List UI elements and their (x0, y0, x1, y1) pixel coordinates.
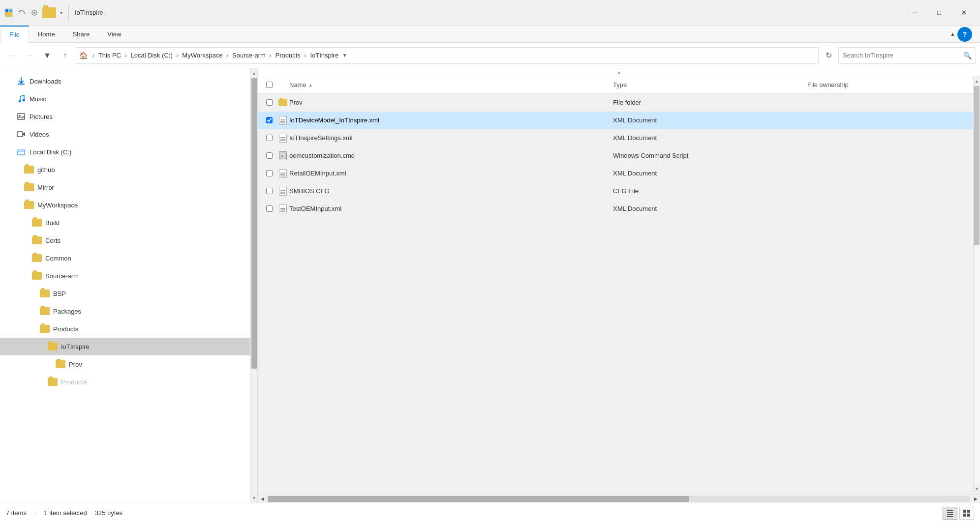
search-input[interactable] (843, 52, 963, 59)
hscroll-track (268, 496, 970, 502)
hscroll-right[interactable]: ▶ (971, 494, 980, 503)
search-icon[interactable]: 🔍 (963, 52, 972, 59)
header-ownership[interactable]: File ownership (807, 81, 969, 88)
ribbon-collapse[interactable]: ▲ (950, 31, 955, 37)
breadcrumb-sourcearm[interactable]: Source-arm (230, 52, 267, 59)
sidebar-item-producta[interactable]: ProductA (0, 373, 250, 391)
sidebar-label-iotinspire: IoTInspire (61, 343, 90, 350)
sidebar-label-producta: ProductA (61, 378, 87, 386)
up-button[interactable]: ↑ (57, 48, 73, 63)
sort-arrow-top[interactable]: ▲ (258, 68, 980, 76)
sidebar-label-build: Build (45, 219, 60, 227)
tab-home[interactable]: Home (29, 26, 64, 42)
search-bar[interactable]: 🔍 (838, 47, 976, 64)
sidebar-item-mirror[interactable]: Mirror (0, 178, 250, 196)
file-row-oemcustomization[interactable]: ⚙ oemcustomization.cmd Windows Command S… (258, 147, 973, 165)
help-button[interactable]: ? (957, 27, 972, 42)
folder-icon (42, 7, 56, 18)
sidebar-item-products[interactable]: Products (0, 320, 250, 338)
details-view-button[interactable] (943, 507, 957, 520)
sidebar-item-myworkspace[interactable]: MyWorkspace (0, 196, 250, 214)
content-scrollbar: ▲ ▼ (973, 76, 980, 494)
maximize-button[interactable]: □ (927, 5, 951, 21)
file-checkbox-oemcustomization[interactable] (262, 152, 276, 159)
svg-point-7 (19, 100, 21, 103)
content-scroll-up[interactable]: ▲ (974, 76, 980, 86)
music-icon (16, 93, 27, 104)
title-bar-icons: ▾ (4, 5, 71, 20)
svg-point-5 (33, 12, 35, 14)
tab-file[interactable]: File (0, 26, 29, 43)
sidebar-item-github[interactable]: github (0, 161, 250, 178)
header-type[interactable]: Type (613, 81, 807, 88)
ribbon: File Home Share View ▲ ? (0, 26, 980, 43)
header-name[interactable]: Name ▲ (289, 81, 613, 88)
file-row-testoeminput[interactable]: TestOEMInput.xml XML Document (258, 200, 973, 218)
hscroll-left[interactable]: ◀ (258, 494, 267, 503)
horizontal-scrollbar: ◀ ▶ (258, 494, 980, 503)
view-buttons (943, 507, 974, 520)
left-scroll-up[interactable]: ▲ (251, 68, 257, 78)
file-checkbox-prov[interactable] (262, 99, 276, 106)
folder-dropdown[interactable]: ▾ (59, 9, 63, 16)
sidebar-item-certs[interactable]: Certs (0, 232, 250, 249)
pin-icon[interactable] (30, 8, 39, 18)
file-row-iotdevicemodel[interactable]: IoTDeviceModel_IoTInspire.xml XML Docume… (258, 112, 973, 129)
back-button[interactable]: ← (4, 48, 20, 63)
tab-view[interactable]: View (98, 26, 130, 42)
sidebar-label-downloads: Downloads (30, 78, 61, 85)
refresh-button[interactable]: ↻ (821, 48, 836, 63)
file-name-oemcustomization: oemcustomization.cmd (289, 152, 613, 159)
forward-button[interactable]: → (22, 48, 37, 63)
close-button[interactable]: ✕ (951, 5, 976, 21)
file-checkbox-smbios[interactable] (262, 188, 276, 194)
sidebar-item-build[interactable]: Build (0, 214, 250, 232)
sidebar-item-downloads[interactable]: Downloads (0, 72, 250, 90)
file-row-iotinspiresettings[interactable]: IoTInspireSettings.xml XML Document (258, 129, 973, 147)
file-type-testoeminput: XML Document (613, 205, 807, 212)
svg-rect-17 (947, 510, 953, 511)
undo-icon[interactable] (17, 8, 27, 18)
sidebar-item-prov[interactable]: Prov (0, 355, 250, 373)
sidebar-item-videos[interactable]: Videos (0, 125, 250, 143)
sidebar-item-sourcearm[interactable]: Source-arm (0, 267, 250, 285)
file-row-retailoeminput[interactable]: RetailOEMInput.xml XML Document (258, 165, 973, 182)
address-dropdown-icon[interactable]: ▼ (342, 53, 347, 58)
videos-icon (16, 129, 27, 140)
file-checkbox-testoeminput[interactable] (262, 205, 276, 212)
sidebar-item-localdisk[interactable]: Local Disk (C:) (0, 143, 250, 161)
file-name-iotinspiresettings: IoTInspireSettings.xml (289, 134, 613, 142)
minimize-button[interactable]: ─ (902, 5, 927, 21)
file-icon-oemcustomization: ⚙ (276, 151, 289, 160)
select-all-checkbox[interactable] (266, 82, 273, 88)
content-scroll-down[interactable]: ▼ (974, 484, 980, 494)
breadcrumb-localdisk[interactable]: Local Disk (C:) (129, 52, 174, 59)
file-checkbox-retailoeminput[interactable] (262, 170, 276, 176)
file-row-smbios[interactable]: SMBIOS.CFG CFG File (258, 182, 973, 200)
left-scroll-down[interactable]: ▼ (251, 493, 257, 503)
tab-share[interactable]: Share (64, 26, 99, 42)
sidebar-item-pictures[interactable]: Pictures (0, 108, 250, 125)
sidebar-item-common[interactable]: Common (0, 249, 250, 267)
breadcrumb-bar[interactable]: 🏠 › This PC › Local Disk (C:) › MyWorksp… (75, 47, 819, 64)
sidebar-item-packages[interactable]: Packages (0, 302, 250, 320)
tiles-view-button[interactable] (959, 507, 974, 520)
sidebar-item-bsp[interactable]: BSP (0, 285, 250, 302)
sidebar-item-music[interactable]: Music (0, 90, 250, 108)
history-dropdown-button[interactable]: ▼ (39, 48, 55, 63)
sidebar-label-pictures: Pictures (30, 113, 53, 120)
file-checkbox-iotdevicemodel[interactable] (262, 117, 276, 123)
sidebar-item-iotinspire[interactable]: IoTInspire (0, 338, 250, 355)
file-checkbox-iotinspiresettings[interactable] (262, 135, 276, 141)
file-type-retailoeminput: XML Document (613, 170, 807, 177)
title-bar: ▾ IoTInspire ─ □ ✕ (0, 0, 980, 26)
disk-icon (16, 146, 27, 157)
breadcrumb-myworkspace[interactable]: MyWorkspace (181, 52, 224, 59)
breadcrumb-products[interactable]: Products (274, 52, 303, 59)
file-icon-prov (276, 99, 289, 106)
breadcrumb-iotinspire[interactable]: IoTInspire (308, 52, 340, 59)
file-icon-iotinspiresettings (276, 134, 289, 143)
main-layout: Downloads Music Pictures Videos (0, 68, 980, 503)
file-row-prov[interactable]: Prov File folder (258, 94, 973, 112)
breadcrumb-thispc[interactable]: This PC (96, 52, 122, 59)
